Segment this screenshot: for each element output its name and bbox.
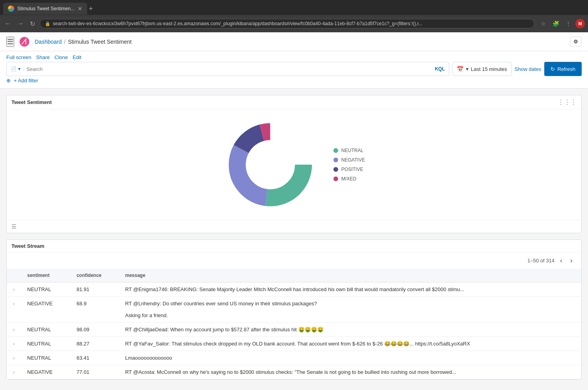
donut-svg bbox=[223, 117, 318, 212]
cell-confidence: 81.91 bbox=[70, 282, 119, 297]
active-tab[interactable]: Stimulus Tweet Sentimen... ✕ bbox=[3, 3, 87, 15]
table-panel-title: Tweet Stream bbox=[11, 243, 45, 249]
address-text: search-twit-dev-es-6cwckocxi3w6h7pvxt67f… bbox=[53, 21, 529, 26]
new-tab-button[interactable]: + bbox=[89, 5, 93, 13]
legend-item-positive: POSITIVE bbox=[333, 167, 365, 172]
breadcrumb-separator: / bbox=[64, 39, 66, 45]
chart-panel-title: Tweet Sentiment bbox=[11, 99, 52, 105]
search-input[interactable] bbox=[26, 66, 432, 72]
search-chevron-icon: ▾ bbox=[18, 66, 20, 72]
tab-bar: Stimulus Tweet Sentimen... ✕ + bbox=[0, 0, 588, 15]
show-dates-button[interactable]: Show dates bbox=[515, 66, 541, 72]
search-bar: 📄 ▾ KQL bbox=[6, 62, 449, 76]
reload-button[interactable]: ↻ bbox=[28, 19, 37, 29]
tab-close-button[interactable]: ✕ bbox=[78, 6, 82, 12]
legend-item-neutral: NEUTRAL bbox=[333, 148, 365, 153]
hamburger-menu-button[interactable]: ☰ bbox=[6, 37, 14, 47]
breadcrumb-dashboard-link[interactable]: Dashboard bbox=[35, 39, 62, 45]
row-expand-button[interactable]: › bbox=[13, 370, 15, 375]
chart-panel-footer: ☰ bbox=[7, 220, 581, 233]
row-expand-button[interactable]: › bbox=[13, 287, 15, 292]
refresh-button[interactable]: ↻ Refresh bbox=[544, 62, 582, 76]
profile-button[interactable]: M bbox=[575, 19, 585, 28]
cell-confidence: 63.41 bbox=[70, 351, 119, 365]
table-row: ›NEUTRAL63.41Lmaooooooooooooo bbox=[7, 351, 581, 365]
address-bar[interactable]: 🔒 search-twit-dev-es-6cwckocxi3w6h7pvxt6… bbox=[40, 19, 534, 28]
legend-dot-neutral bbox=[333, 148, 338, 153]
col-sentiment-header: sentiment bbox=[21, 269, 70, 282]
pagination-next-button[interactable]: › bbox=[568, 256, 575, 266]
nav-bar: ← → ↻ 🔒 search-twit-dev-es-6cwckocxi3w6h… bbox=[0, 15, 588, 32]
cell-confidence: 77.01 bbox=[70, 365, 119, 379]
table-panel-header: Tweet Stream bbox=[7, 240, 581, 253]
chart-panel-menu-button[interactable]: ⋮⋮⋮ bbox=[558, 98, 577, 106]
kql-badge[interactable]: KQL bbox=[435, 66, 445, 72]
legend-label-negative: NEGATIVE bbox=[341, 157, 365, 163]
row-expand-button[interactable]: › bbox=[13, 341, 15, 347]
action-bar: Full screen Share Clone Edit bbox=[6, 54, 582, 60]
row-expand-button[interactable]: › bbox=[13, 327, 15, 332]
legend-item-mixed: MIXED bbox=[333, 176, 365, 182]
settings-button[interactable]: ⚙ bbox=[570, 37, 582, 46]
table-row: ›NEUTRAL81.91RT @Enigma1746: BREAKING: S… bbox=[7, 282, 581, 297]
filter-scope-icon: ⊕ bbox=[6, 78, 11, 84]
legend-dot-positive bbox=[333, 167, 338, 172]
time-range-text: Last 15 minutes bbox=[471, 66, 507, 72]
search-row: 📄 ▾ KQL 📅 ▾ Last 15 minutes Show dates ↻… bbox=[6, 62, 582, 76]
time-picker-button[interactable]: 📅 ▾ Last 15 minutes bbox=[452, 62, 512, 76]
cell-message: RT @YaFav_Sailor: That stimulus check dr… bbox=[119, 337, 581, 351]
nav-actions: ☆ 🧩 ⋮ M bbox=[538, 18, 585, 29]
tab-title: Stimulus Tweet Sentimen... bbox=[17, 6, 74, 11]
filter-scope-button[interactable]: ⊕ bbox=[6, 78, 11, 84]
extensions-button[interactable]: 🧩 bbox=[550, 18, 561, 29]
more-button[interactable]: ⋮ bbox=[563, 18, 574, 29]
cell-message: RT @Enigma1746: BREAKING: Senate Majorit… bbox=[119, 282, 581, 297]
fullscreen-button[interactable]: Full screen bbox=[6, 54, 32, 60]
col-confidence-header: confidence bbox=[70, 269, 119, 282]
kibana-logo bbox=[19, 36, 30, 47]
cell-sentiment: NEGATIVE bbox=[21, 365, 70, 379]
forward-button[interactable]: → bbox=[16, 19, 25, 29]
add-filter-button[interactable]: + Add filter bbox=[14, 78, 38, 84]
chart-area: NEUTRAL NEGATIVE POSITIVE MIXED bbox=[7, 110, 581, 220]
col-message-header: message bbox=[119, 269, 581, 282]
table-wrapper: sentiment confidence message ›NEUTRAL81.… bbox=[7, 269, 581, 379]
clone-button[interactable]: Clone bbox=[54, 54, 68, 60]
cell-sentiment: NEGATIVE bbox=[21, 297, 70, 323]
star-button[interactable]: ☆ bbox=[538, 18, 549, 29]
pagination-prev-button[interactable]: ‹ bbox=[558, 256, 565, 266]
table-row: ›NEUTRAL98.09RT @ChilljaeDead: When my a… bbox=[7, 323, 581, 337]
legend-dot-mixed bbox=[333, 176, 338, 181]
row-expand-button[interactable]: › bbox=[13, 301, 15, 306]
pagination-info: 1–50 of 314 bbox=[527, 258, 555, 264]
cell-confidence: 68.9 bbox=[70, 297, 119, 323]
search-type-button[interactable]: 📄 ▾ bbox=[11, 66, 24, 72]
kibana-header: ☰ Dashboard / Stimulus Tweet Sentiment ⚙ bbox=[0, 32, 588, 51]
search-doc-icon: 📄 bbox=[11, 66, 17, 72]
edit-button[interactable]: Edit bbox=[73, 54, 81, 60]
breadcrumb-current: Stimulus Tweet Sentiment bbox=[68, 39, 132, 45]
browser-chrome: Stimulus Tweet Sentimen... ✕ + ← → ↻ 🔒 s… bbox=[0, 0, 588, 32]
table-header: sentiment confidence message bbox=[7, 269, 581, 282]
cell-sentiment: NEUTRAL bbox=[21, 351, 70, 365]
back-button[interactable]: ← bbox=[3, 19, 13, 29]
cell-message: RT @Lrihendry: Do other countries ever s… bbox=[119, 297, 581, 323]
cell-sentiment: NEUTRAL bbox=[21, 337, 70, 351]
tab-favicon bbox=[8, 6, 14, 12]
row-expand-button[interactable]: › bbox=[13, 355, 15, 361]
cell-confidence: 88.27 bbox=[70, 337, 119, 351]
cell-message: RT @ChilljaeDead: When my account jump t… bbox=[119, 323, 581, 337]
table-row: ›NEGATIVE77.01RT @Acosta: McConnell on w… bbox=[7, 365, 581, 379]
legend-label-neutral: NEUTRAL bbox=[341, 148, 363, 153]
calendar-icon: 📅 bbox=[457, 66, 463, 72]
share-button[interactable]: Share bbox=[36, 54, 50, 60]
tweets-table: sentiment confidence message ›NEUTRAL81.… bbox=[7, 269, 581, 379]
cell-sentiment: NEUTRAL bbox=[21, 282, 70, 297]
chart-panel-header: Tweet Sentiment ⋮⋮⋮ bbox=[7, 95, 581, 110]
table-row: ›NEGATIVE68.9RT @Lrihendry: Do other cou… bbox=[7, 297, 581, 323]
donut-chart bbox=[223, 117, 318, 212]
legend-item-negative: NEGATIVE bbox=[333, 157, 365, 163]
col-expand bbox=[7, 269, 21, 282]
lock-icon: 🔒 bbox=[45, 21, 50, 26]
chart-panel-legend-toggle[interactable]: ☰ bbox=[11, 223, 17, 230]
